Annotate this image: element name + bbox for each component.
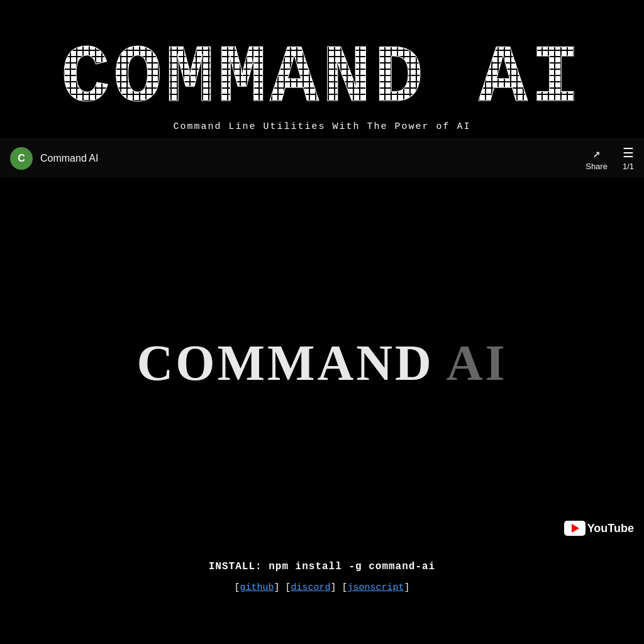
playlist-button[interactable]: ☰ 1/1 [623,145,634,171]
youtube-text: YouTube [587,522,634,535]
command-text: COMMAND [136,335,433,392]
share-label: Share [586,162,608,171]
bracket-close-1: ] [274,582,279,593]
video-title-display: COMMAND AI [136,335,507,392]
pixel-logo-overlay: COMMAND AI [33,19,611,116]
discord-link[interactable]: discord [291,582,330,593]
playlist-icon: ☰ [623,145,634,160]
video-player: C Command AI ↗ Share ☰ 1/1 COMMAND AI [0,138,644,548]
links-line: [github] [discord] [jsonscript] [0,582,644,593]
svg-text:COMMAND AI: COMMAND AI [61,33,583,116]
ai-text: AI [447,335,508,392]
install-section: INSTALL: npm install -g command-ai [gith… [0,548,644,612]
video-header-left: C Command AI [10,147,98,170]
github-link[interactable]: github [240,582,274,593]
video-header: C Command AI ↗ Share ☰ 1/1 [0,139,644,177]
install-command: INSTALL: npm install -g command-ai [0,561,644,572]
youtube-watermark: YouTube [564,521,634,536]
jsonscript-link[interactable]: jsonscript [348,582,404,593]
video-frame[interactable]: COMMAND AI YouTube [0,177,644,548]
spacer-2: [ [342,582,348,593]
youtube-icon [564,521,586,536]
channel-name[interactable]: Command AI [40,153,98,164]
share-icon: ↗ [593,145,601,160]
tagline-text: Command Line Utilities With The Power of… [173,121,470,132]
share-button[interactable]: ↗ Share [586,145,608,171]
avatar: C [10,147,33,170]
logo-section: COMMAND AI COMMAND AI [0,0,644,138]
playlist-label: 1/1 [623,162,634,171]
bracket-close-3: ] [404,582,410,593]
bracket-close-2: ] [331,582,336,593]
video-header-right: ↗ Share ☰ 1/1 [586,145,634,171]
